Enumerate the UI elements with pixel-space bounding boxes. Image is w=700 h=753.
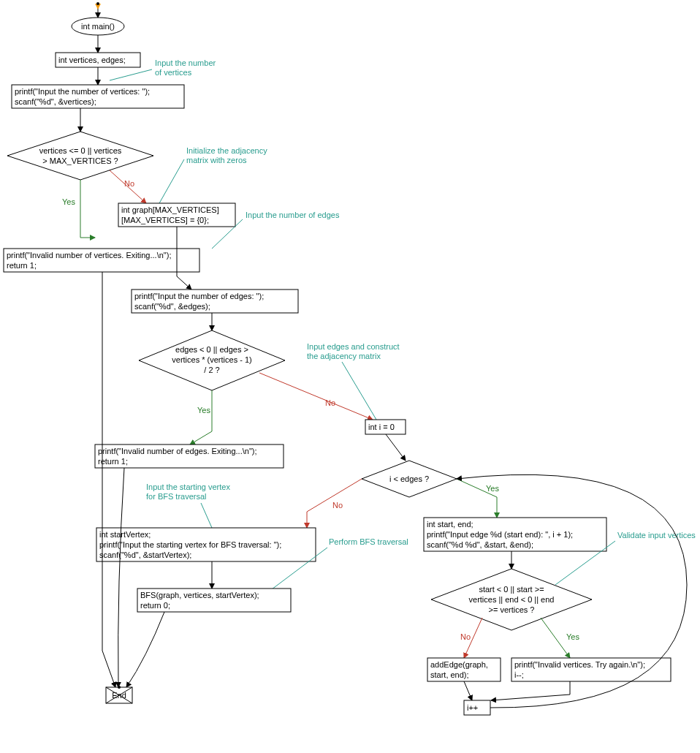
no-1: No — [124, 179, 134, 188]
comment3: Input the number of edges — [246, 211, 340, 219]
no-3: No — [332, 501, 343, 510]
svg-point-18 — [118, 686, 121, 689]
comment6: Validate input vertices — [617, 531, 696, 540]
comment1-line2: of vertices — [155, 68, 192, 77]
cond-se-l1: start < 0 || start >= — [479, 585, 544, 594]
init-i-text: int i = 0 — [368, 423, 395, 431]
svg-line-11 — [201, 503, 212, 528]
cond-edges-l2: vertices * (vertices - 1) — [172, 355, 251, 364]
no-4: No — [460, 632, 471, 641]
invalid-se-l2: i--; — [514, 670, 524, 679]
cond-se-l3: >= vertices ? — [489, 605, 535, 614]
yes-1: Yes — [62, 197, 75, 206]
start-label: int main() — [81, 22, 115, 31]
svg-line-10 — [342, 362, 376, 420]
cond-vertices-l2: > MAX_VERTICES ? — [42, 156, 118, 165]
input-start-l2: printf("Input the starting vertex for BF… — [99, 540, 281, 549]
yes-4: Yes — [566, 632, 579, 641]
cond-loop-text: i < edges ? — [389, 474, 429, 483]
bfs-l1: BFS(graph, vertices, startVertex); — [140, 591, 259, 599]
svg-point-1 — [96, 2, 99, 5]
cond-se-l2: vertices || end < 0 || end — [469, 595, 555, 604]
comment2-l1: Initialize the adjacency — [186, 146, 267, 155]
add-edge-l2: start, end); — [430, 670, 469, 679]
bfs-l2: return 0; — [140, 601, 170, 610]
input-vertices-l1: printf("Input the number of vertices: ")… — [15, 87, 150, 96]
input-vertices-l2: scanf("%d", &vertices); — [15, 97, 96, 106]
comment4-l1: Input edges and construct — [307, 342, 400, 351]
cond-edges-l1: edges < 0 || edges > — [175, 345, 248, 354]
flowchart-svg: int main() int vertices, edges; Input th… — [0, 0, 700, 753]
comment2-l2: matrix with zeros — [186, 156, 247, 164]
input-start-l1: int startVertex; — [99, 530, 151, 539]
input-edge-l3: scanf("%d %d", &start, &end); — [427, 540, 533, 549]
yes-2: Yes — [197, 406, 210, 415]
comment1-line1: Input the number — [155, 58, 216, 67]
end-text: End — [112, 691, 126, 700]
input-edge-l2: printf("Input edge %d (start end): ", i … — [427, 530, 573, 539]
comment5-l2: for BFS traversal — [146, 492, 207, 501]
invalid-edges-l1: printf("Invalid number of edges. Exiting… — [98, 447, 257, 455]
yes-3: Yes — [486, 484, 499, 493]
incr-text: i++ — [467, 703, 478, 712]
no-2: No — [325, 398, 335, 407]
svg-line-3 — [110, 69, 152, 80]
comment7: Perform BFS traversal — [329, 537, 408, 546]
invalid-vertices-l2: return 1; — [7, 261, 37, 270]
comment5-l1: Input the starting vertex — [146, 483, 230, 491]
add-edge-l1: addEdge(graph, — [430, 660, 488, 669]
svg-line-6 — [159, 159, 184, 203]
input-edge-l1: int start, end; — [427, 520, 473, 529]
invalid-se-l1: printf("Invalid vertices. Try again.\n")… — [514, 660, 645, 669]
cond-vertices-node — [7, 132, 153, 180]
input-start-l3: scanf("%d", &startVertex); — [99, 550, 191, 559]
input-edges-l1: printf("Input the number of edges: "); — [134, 292, 264, 300]
comment4-l2: the adjacency matrix — [307, 352, 381, 360]
init-graph-l2: [MAX_VERTICES] = {0}; — [121, 216, 209, 224]
cond-edges-l3: / 2 ? — [204, 366, 219, 374]
input-edges-l2: scanf("%d", &edges); — [134, 302, 210, 311]
decl-text: int vertices, edges; — [58, 56, 126, 64]
cond-vertices-l1: vertices <= 0 || vertices — [39, 146, 122, 155]
invalid-vertices-l1: printf("Invalid number of vertices. Exit… — [7, 251, 171, 260]
init-graph-l1: int graph[MAX_VERTICES] — [121, 205, 219, 214]
